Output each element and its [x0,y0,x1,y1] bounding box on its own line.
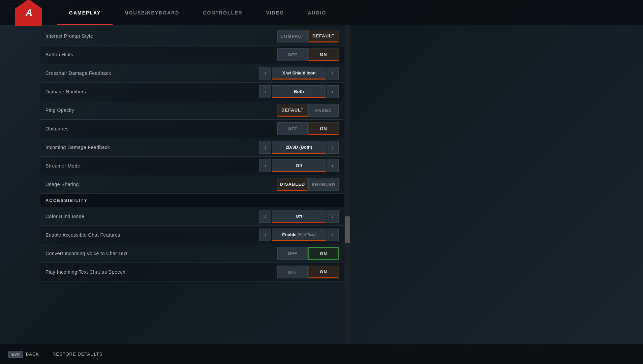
control-usage-sharing: Disabled Enabled [277,178,339,191]
btn-default[interactable]: Default [308,30,339,42]
label-color-blind-mode: Color Blind Mode [45,214,259,219]
row-streamer-mode: Streamer Mode ‹ Off › [40,157,344,175]
control-crosshair-damage-feedback: ‹ X w/ Shield Icon › [259,67,339,80]
btn-play-text-on[interactable]: On [308,266,339,278]
btn-usage-enabled[interactable]: Enabled [308,178,339,191]
btn-play-text-off[interactable]: Off [277,266,308,278]
tab-mouse-keyboard[interactable]: MOUSE/KEYBOARD [113,0,191,25]
row-obituaries: Obituaries Off On [40,120,344,138]
control-obituaries: Off On [277,122,339,135]
btn-ping-faded[interactable]: Faded [308,104,339,117]
back-action[interactable]: ESC Back [8,351,39,358]
scrollbar[interactable] [344,25,350,344]
btn-damage-numbers-next[interactable]: › [327,85,339,98]
value-streamer-mode: Off [272,159,326,172]
row-ping-opacity: Ping Opacity Default Faded [40,101,344,120]
btn-usage-disabled[interactable]: Disabled [277,178,308,191]
section-header-accessibility: ACCESSIBILITY [40,194,344,207]
btn-convert-voice-off[interactable]: Off [277,247,308,260]
row-button-hints: Button Hints Off On [40,46,344,64]
scrollbar-thumb[interactable] [345,216,350,243]
control-streamer-mode: ‹ Off › [259,159,339,172]
settings-panel: Interact Prompt Style Compact Default Bu… [40,25,350,344]
label-interact-prompt-style: Interact Prompt Style [45,33,277,39]
control-damage-numbers: ‹ Both › [259,85,339,98]
back-label: Back [26,352,39,357]
row-convert-incoming-voice: Convert Incoming Voice to Chat Text Off … [40,244,344,263]
esc-key-badge: ESC [8,351,23,358]
control-play-incoming-text: Off On [277,266,339,278]
settings-list: Interact Prompt Style Compact Default Bu… [40,25,344,283]
btn-crosshair-next[interactable]: › [327,67,339,80]
row-incoming-damage-feedback: Incoming Damage Feedback ‹ 2D/3D (Both) … [40,138,344,157]
btn-crosshair-prev[interactable]: ‹ [259,67,271,80]
tab-video[interactable]: VIDEO [254,0,296,25]
label-ping-opacity: Ping Opacity [45,108,277,113]
label-button-hints: Button Hints [45,52,277,57]
tab-controller[interactable]: CONTROLLER [191,0,254,25]
control-ping-opacity: Default Faded [277,104,339,117]
btn-incoming-damage-prev[interactable]: ‹ [259,141,271,154]
row-accessible-chat: Enable Accessible Chat Features ‹ Enable… [40,226,344,244]
value-color-blind-mode: Off [272,210,326,223]
btn-obituaries-on[interactable]: On [308,122,339,135]
label-damage-numbers: Damage Numbers [45,89,259,94]
btn-damage-numbers-prev[interactable]: ‹ [259,85,271,98]
restore-defaults-action[interactable]: Restore Defaults [53,352,102,357]
btn-button-hints-on[interactable]: On [308,48,339,61]
row-crosshair-damage-feedback: Crosshair Damage Feedback ‹ X w/ Shield … [40,64,344,83]
nav-tabs: GAMEPLAY MOUSE/KEYBOARD CONTROLLER VIDEO… [57,0,338,25]
row-interact-prompt-style: Interact Prompt Style Compact Default [40,27,344,46]
label-usage-sharing: Usage Sharing [45,182,277,187]
label-incoming-damage-feedback: Incoming Damage Feedback [45,145,259,150]
btn-streamer-mode-prev[interactable]: ‹ [259,159,271,172]
value-incoming-damage-feedback: 2D/3D (Both) [272,141,326,154]
control-interact-prompt-style: Compact Default [277,30,339,42]
btn-color-blind-prev[interactable]: ‹ [259,210,271,223]
top-nav: A GAMEPLAY MOUSE/KEYBOARD CONTROLLER VID… [0,0,643,25]
value-accessible-chat: Enable(Hint Text) [272,229,326,241]
control-button-hints: Off On [277,48,339,61]
btn-compact[interactable]: Compact [277,30,308,42]
control-convert-incoming-voice: Off On [277,247,339,260]
value-crosshair-damage-feedback: X w/ Shield Icon [272,67,326,80]
logo-text: A [26,7,32,18]
row-usage-sharing: Usage Sharing Disabled Enabled [40,175,344,194]
btn-accessible-chat-next[interactable]: › [327,229,339,241]
label-crosshair-damage-feedback: Crosshair Damage Feedback [45,70,259,76]
hint-text-accessible-chat: (Hint Text) [298,233,316,237]
row-color-blind-mode: Color Blind Mode ‹ Off › [40,207,344,226]
apex-logo: A [15,0,42,26]
section-title-accessibility: ACCESSIBILITY [45,198,88,203]
btn-color-blind-next[interactable]: › [327,210,339,223]
value-damage-numbers: Both [272,85,326,98]
control-incoming-damage-feedback: ‹ 2D/3D (Both) › [259,141,339,154]
control-accessible-chat: ‹ Enable(Hint Text) › [259,229,339,241]
btn-convert-voice-on[interactable]: On [308,247,339,260]
tab-audio[interactable]: AUDIO [296,0,338,25]
main-content: Interact Prompt Style Compact Default Bu… [40,25,643,344]
btn-obituaries-off[interactable]: Off [277,122,308,135]
row-play-incoming-text: Play Incoming Text Chat as Speech Off On [40,263,344,281]
label-play-incoming-text: Play Incoming Text Chat as Speech [45,269,277,275]
btn-button-hints-off[interactable]: Off [277,48,308,61]
label-obituaries: Obituaries [45,126,277,131]
label-streamer-mode: Streamer Mode [45,163,259,169]
row-damage-numbers: Damage Numbers ‹ Both › [40,83,344,101]
restore-defaults-label: Restore Defaults [53,352,102,357]
logo-area: A [7,0,51,26]
label-convert-incoming-voice: Convert Incoming Voice to Chat Text [45,251,277,256]
control-color-blind-mode: ‹ Off › [259,210,339,223]
btn-streamer-mode-next[interactable]: › [327,159,339,172]
btn-incoming-damage-next[interactable]: › [327,141,339,154]
btn-ping-default[interactable]: Default [277,104,308,117]
btn-accessible-chat-prev[interactable]: ‹ [259,229,271,241]
tab-gameplay[interactable]: GAMEPLAY [57,0,113,25]
bottom-bar: ESC Back Restore Defaults [0,344,643,364]
label-accessible-chat: Enable Accessible Chat Features [45,232,259,238]
